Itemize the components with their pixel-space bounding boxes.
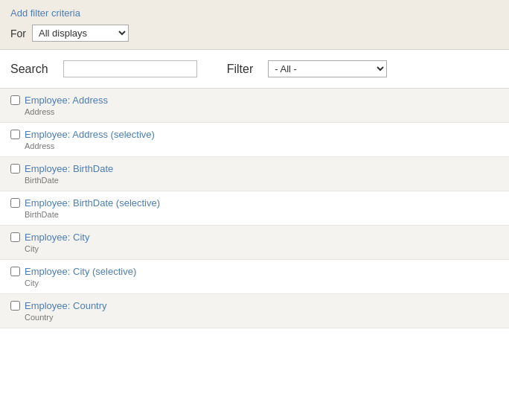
item-title: Employee: City	[25, 232, 89, 243]
list-item: Employee: CountryCountry	[0, 294, 509, 328]
item-row: Employee: BirthDate (selective)	[10, 197, 499, 209]
item-title: Employee: City (selective)	[25, 266, 136, 277]
add-filter-link[interactable]: Add filter criteria	[10, 7, 80, 19]
item-row: Employee: Address	[10, 95, 499, 106]
item-subtitle: BirthDate	[25, 210, 499, 219]
item-subtitle: BirthDate	[25, 176, 499, 185]
item-row: Employee: City	[10, 232, 499, 243]
for-label: For	[10, 28, 26, 39]
item-checkbox[interactable]	[10, 198, 20, 208]
item-title: Employee: Country	[25, 300, 107, 311]
for-row: For All displaysDisplay 1Display 2	[10, 25, 499, 42]
item-title: Employee: Address (selective)	[25, 129, 155, 140]
item-row: Employee: BirthDate	[10, 163, 499, 174]
item-subtitle: City	[25, 244, 499, 253]
item-title: Employee: BirthDate (selective)	[25, 197, 160, 209]
list-item: Employee: City (selective)City	[0, 260, 509, 294]
item-row: Employee: City (selective)	[10, 266, 499, 277]
list-item: Employee: AddressAddress	[0, 89, 509, 123]
item-subtitle: Address	[25, 107, 499, 116]
search-input[interactable]	[63, 60, 197, 77]
list-item: Employee: CityCity	[0, 226, 509, 260]
search-label: Search	[10, 63, 48, 76]
item-title: Employee: Address	[25, 95, 108, 106]
top-bar: Add filter criteria For All displaysDisp…	[0, 0, 509, 50]
search-filter-bar: Search Filter - All -EmployeeDepartment	[0, 50, 509, 89]
list-item: Employee: BirthDate (selective)BirthDate	[0, 191, 509, 226]
item-checkbox[interactable]	[10, 301, 20, 311]
item-checkbox[interactable]	[10, 164, 20, 174]
list-item: Employee: BirthDateBirthDate	[0, 157, 509, 191]
list-container: Employee: AddressAddressEmployee: Addres…	[0, 89, 509, 328]
item-subtitle: Address	[25, 141, 499, 150]
item-row: Employee: Address (selective)	[10, 129, 499, 140]
filter-select[interactable]: - All -EmployeeDepartment	[268, 60, 387, 77]
list-item: Employee: Address (selective)Address	[0, 123, 509, 157]
item-checkbox[interactable]	[10, 95, 20, 105]
item-row: Employee: Country	[10, 300, 499, 311]
item-subtitle: Country	[25, 313, 499, 322]
item-title: Employee: BirthDate	[25, 163, 113, 174]
item-checkbox[interactable]	[10, 267, 20, 276]
item-checkbox[interactable]	[10, 232, 20, 242]
item-checkbox[interactable]	[10, 130, 20, 139]
for-select[interactable]: All displaysDisplay 1Display 2	[32, 25, 129, 42]
filter-label: Filter	[227, 63, 254, 76]
item-subtitle: City	[25, 279, 499, 287]
